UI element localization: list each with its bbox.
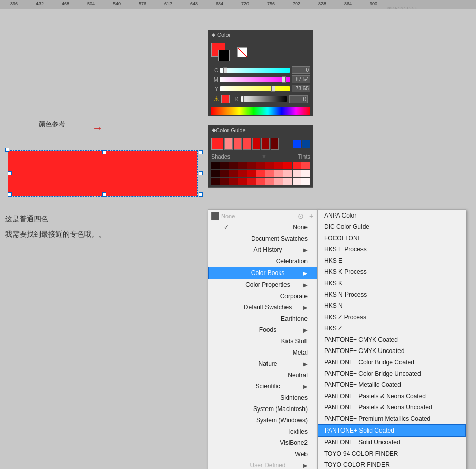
sub-menu-item-hks-k-process[interactable]: HKS K Process: [318, 266, 466, 278]
sub-menu-item-pantone-pastels--neons-coated[interactable]: PANTONE+ Pastels & Neons Coated: [318, 390, 466, 402]
sub-menu-item-pantone-premium-metallics-coated[interactable]: PANTONE+ Premium Metallics Coated: [318, 413, 466, 424]
menu-item-document-swatches[interactable]: Document Swatches: [208, 233, 318, 244]
red-rectangle[interactable]: [8, 150, 198, 197]
shade-cell-26[interactable]: [247, 178, 256, 185]
guide-main-swatch[interactable]: [211, 138, 223, 150]
shade-cell-8[interactable]: [283, 162, 292, 169]
slider-track-k[interactable]: [241, 96, 287, 102]
handle-bottom-mid[interactable]: [102, 192, 106, 197]
menu-item-celebration[interactable]: Celebration: [208, 256, 318, 267]
none-swatch[interactable]: [237, 47, 247, 57]
guide-color-1[interactable]: [224, 138, 233, 150]
shade-cell-12[interactable]: [220, 170, 229, 177]
shade-cell-13[interactable]: [229, 170, 238, 177]
menu-item-art-history[interactable]: Art History▶: [208, 244, 318, 256]
sub-menu-item-hks-e[interactable]: HKS E: [318, 255, 466, 266]
shade-cell-32[interactable]: [301, 178, 310, 185]
menu-item-none[interactable]: ✓None: [208, 222, 318, 233]
slider-value-c[interactable]: 0: [292, 66, 310, 74]
shade-cell-1[interactable]: [220, 162, 229, 169]
sub-menu-item-pantone-color-bridge-coated[interactable]: PANTONE+ Color Bridge Coated: [318, 357, 466, 368]
slider-track-c[interactable]: [220, 68, 290, 73]
shade-cell-27[interactable]: [256, 178, 265, 185]
guide-color-5[interactable]: [261, 138, 270, 150]
guide-color-4[interactable]: [252, 138, 260, 150]
shade-cell-17[interactable]: [265, 170, 274, 177]
shade-cell-19[interactable]: [283, 170, 292, 177]
shade-cell-9[interactable]: [293, 162, 301, 169]
shade-cell-20[interactable]: [293, 170, 301, 177]
sub-menu-item-hks-e-process[interactable]: HKS E Process: [318, 244, 466, 255]
slider-value-y[interactable]: 73.65: [292, 85, 310, 92]
shade-cell-30[interactable]: [283, 178, 292, 185]
sub-menu-item-dic-color-guide[interactable]: DIC Color Guide: [318, 221, 466, 232]
spectrum-bar[interactable]: [211, 107, 310, 115]
slider-thumb-k[interactable]: [243, 96, 247, 102]
menu-item-textiles[interactable]: Textiles: [208, 426, 318, 437]
guide-blue-swatch[interactable]: [293, 140, 301, 148]
shade-cell-7[interactable]: [274, 162, 283, 169]
background-swatch[interactable]: [218, 50, 230, 61]
sub-menu-item-hks-n-process[interactable]: HKS N Process: [318, 289, 466, 300]
sub-menu-item-hks-n[interactable]: HKS N: [318, 300, 466, 311]
handle-mid-left[interactable]: [8, 171, 12, 175]
sub-menu-item-pantone-pastels--neons-uncoated[interactable]: PANTONE+ Pastels & Neons Uncoated: [318, 402, 466, 413]
menu-item-nature[interactable]: Nature▶: [208, 358, 318, 369]
shade-cell-10[interactable]: [301, 162, 310, 169]
red-rect-container[interactable]: [5, 148, 203, 199]
handle-bottom-left[interactable]: [8, 192, 12, 197]
sub-menu-item-pantone-metallic-coated[interactable]: PANTONE+ Metallic Coated: [318, 379, 466, 390]
menu-item-default-swatches[interactable]: Default Swatches▶: [208, 302, 318, 313]
sub-menu-item-pantone-cmyk-uncoated[interactable]: PANTONE+ CMYK Uncoated: [318, 345, 466, 357]
sub-menu-item-anpa-color[interactable]: ANPA Color: [318, 210, 466, 221]
shade-cell-31[interactable]: [293, 178, 301, 185]
slider-thumb-y[interactable]: [271, 86, 275, 92]
shade-cell-18[interactable]: [274, 170, 283, 177]
shade-cell-14[interactable]: [238, 170, 247, 177]
menu-item-corporate[interactable]: Corporate: [208, 290, 318, 302]
menu-item-metal[interactable]: Metal: [208, 347, 318, 358]
slider-track-y[interactable]: [220, 86, 290, 91]
shade-cell-25[interactable]: [238, 178, 247, 185]
guide-color-6[interactable]: [271, 138, 279, 150]
shade-cell-6[interactable]: [265, 162, 274, 169]
sub-menu-item-pantone-cmyk-coated[interactable]: PANTONE+ CMYK Coated: [318, 334, 466, 345]
guide-color-3[interactable]: [243, 138, 251, 150]
sub-menu-item-hks-k[interactable]: HKS K: [318, 278, 466, 289]
menu-item-visibone2[interactable]: VisiBone2: [208, 437, 318, 448]
menu-item-color-properties[interactable]: Color Properties▶: [208, 279, 318, 290]
shade-cell-3[interactable]: [238, 162, 247, 169]
slider-track-m[interactable]: [220, 77, 290, 82]
shade-cell-29[interactable]: [274, 178, 283, 185]
menu-item-kids-stuff[interactable]: Kids Stuff: [208, 336, 318, 347]
menu-item-neutral[interactable]: Neutral: [208, 369, 318, 381]
slider-thumb-c[interactable]: [223, 67, 227, 73]
shade-cell-4[interactable]: [247, 162, 256, 169]
sub-menu-item-hks-z[interactable]: HKS Z: [318, 323, 466, 334]
slider-thumb-m[interactable]: [282, 76, 286, 83]
handle-top-right[interactable]: [199, 150, 203, 154]
shade-cell-16[interactable]: [256, 170, 265, 177]
menu-item-web[interactable]: Web: [208, 448, 318, 460]
menu-settings-icon[interactable]: ⊙: [297, 212, 305, 220]
shade-cell-24[interactable]: [229, 178, 238, 185]
shade-cell-11[interactable]: [211, 170, 220, 177]
shade-cell-22[interactable]: [211, 178, 220, 185]
guide-dark-blue-swatch[interactable]: [302, 140, 310, 148]
sub-menu-item-focoltone[interactable]: FOCOLTONE: [318, 232, 466, 244]
sub-menu-item-pantone-solid-uncoated[interactable]: PANTONE+ Solid Uncoated: [318, 437, 466, 448]
color-books-submenu[interactable]: ANPA ColorDIC Color GuideFOCOLTONEHKS E …: [317, 209, 466, 469]
shades-dropdown[interactable]: ▼: [261, 153, 267, 160]
shade-cell-21[interactable]: [301, 170, 310, 177]
main-dropdown-menu[interactable]: None ⊙ + ✓NoneDocument SwatchesArt Histo…: [208, 209, 318, 469]
handle-top-left[interactable]: [5, 148, 9, 152]
shade-cell-5[interactable]: [256, 162, 265, 169]
slider-value-k[interactable]: 0: [289, 95, 308, 103]
shade-cell-23[interactable]: [220, 178, 229, 185]
shade-cell-28[interactable]: [265, 178, 274, 185]
menu-item-scientific[interactable]: Scientific▶: [208, 381, 318, 392]
menu-item-foods[interactable]: Foods▶: [208, 324, 318, 336]
menu-item-color-books[interactable]: Color Books▶: [208, 267, 318, 279]
handle-bottom-right[interactable]: [199, 192, 203, 197]
sub-menu-item-pantone-solid-coated[interactable]: PANTONE+ Solid Coated: [318, 424, 466, 437]
